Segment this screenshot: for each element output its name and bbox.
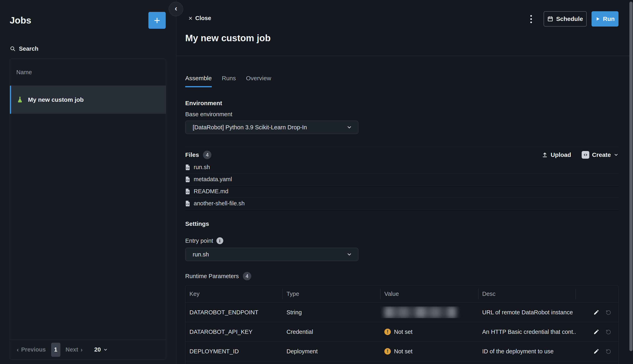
more-actions-button[interactable] xyxy=(526,11,536,27)
page-size-select[interactable]: 20 xyxy=(94,346,108,353)
close-icon: × xyxy=(188,15,192,22)
file-list: run.sh metadata.yaml README.md xyxy=(185,161,618,210)
param-value: ! Not set xyxy=(380,348,478,355)
entry-point-value: run.sh xyxy=(193,251,209,258)
kebab-dot xyxy=(530,22,532,23)
column-header-key: Key xyxy=(185,285,283,302)
jobs-sidebar: Jobs + Search Name My new custom xyxy=(0,0,176,364)
param-desc: URL of remote DataRobot instance xyxy=(478,309,576,316)
tab-runs[interactable]: Runs xyxy=(222,75,236,87)
param-value: ! Not set xyxy=(380,328,478,335)
next-page-button[interactable]: Next › xyxy=(66,346,83,353)
section-divider xyxy=(185,147,618,147)
tab-assemble[interactable]: Assemble xyxy=(185,75,212,87)
file-icon xyxy=(185,176,190,182)
previous-label: Previous xyxy=(21,346,46,353)
previous-page-button[interactable]: ‹ Previous xyxy=(17,346,46,353)
current-page-button[interactable]: 1 xyxy=(51,343,60,357)
file-row[interactable]: run.sh xyxy=(185,161,618,173)
entry-point-select[interactable]: run.sh xyxy=(185,248,358,261)
entry-point-label-row: Entry point i xyxy=(185,237,223,244)
param-desc: ID of the deployment to use xyxy=(478,348,576,355)
collapse-sidebar-button[interactable]: ‹ xyxy=(169,2,183,16)
close-label: Close xyxy=(195,15,211,22)
vertical-scrollbar[interactable] xyxy=(629,0,633,364)
kebab-dot xyxy=(530,18,532,20)
redacted-value xyxy=(384,306,456,318)
tab-overview[interactable]: Overview xyxy=(246,75,271,87)
param-type: Deployment xyxy=(283,348,380,355)
search-label: Search xyxy=(19,46,39,52)
column-header-actions xyxy=(576,285,618,302)
info-icon[interactable]: i xyxy=(217,237,223,244)
edit-icon[interactable] xyxy=(593,348,599,354)
play-icon xyxy=(595,16,600,21)
param-value-text: Not set xyxy=(394,328,412,335)
job-item-label: My new custom job xyxy=(28,96,84,103)
param-actions xyxy=(576,348,618,354)
reset-icon[interactable] xyxy=(605,329,611,335)
plus-icon: + xyxy=(154,14,160,26)
job-list-item[interactable]: My new custom job xyxy=(10,86,166,114)
file-row[interactable]: README.md xyxy=(185,186,618,198)
list-column-name: Name xyxy=(10,59,166,86)
chevron-left-icon: ‹ xyxy=(17,346,19,353)
runtime-parameters-count-badge: 4 xyxy=(243,272,251,280)
files-heading: Files xyxy=(185,152,199,158)
runtime-parameters-heading: Runtime Parameters xyxy=(185,273,239,280)
param-key: DEPLOYMENT_ID xyxy=(185,348,283,355)
search-icon xyxy=(10,46,16,52)
file-row[interactable]: another-shell-file.sh xyxy=(185,198,618,210)
edit-icon[interactable] xyxy=(593,329,599,335)
run-button[interactable]: Run xyxy=(591,11,618,26)
reset-icon[interactable] xyxy=(605,348,611,354)
schedule-button[interactable]: Schedule xyxy=(544,11,587,26)
create-file-button[interactable]: Create xyxy=(582,151,618,159)
search-toggle[interactable]: Search xyxy=(10,44,39,53)
add-job-button[interactable]: + xyxy=(148,12,166,29)
detail-tabs: Assemble Runs Overview xyxy=(185,75,271,87)
file-name: metadata.yaml xyxy=(194,176,232,182)
file-icon xyxy=(185,200,190,206)
create-label: Create xyxy=(592,152,611,158)
runtime-parameters-header: Runtime Parameters 4 xyxy=(185,272,251,280)
param-actions xyxy=(576,329,618,335)
base-environment-label: Base environment xyxy=(185,111,232,118)
upload-file-button[interactable]: Upload xyxy=(542,152,571,158)
chevron-down-icon xyxy=(614,152,618,157)
chevron-down-icon xyxy=(346,124,352,130)
chevron-left-icon: ‹ xyxy=(175,4,177,13)
base-environment-value: [DataRobot] Python 3.9 Scikit-Learn Drop… xyxy=(193,124,307,131)
files-count-badge: 4 xyxy=(203,151,212,159)
jobs-app: Jobs + Search Name My new custom xyxy=(0,0,633,364)
edit-icon[interactable] xyxy=(593,309,599,315)
jobs-list: Name My new custom job ‹ Previous 1 Next xyxy=(10,59,166,360)
job-title: My new custom job xyxy=(185,32,271,44)
page-size-value: 20 xyxy=(94,346,101,353)
files-actions: Upload Create xyxy=(542,151,618,159)
warning-icon: ! xyxy=(384,348,391,354)
chevron-down-icon xyxy=(346,252,352,257)
file-icon xyxy=(185,164,190,170)
close-detail-button[interactable]: × Close xyxy=(188,14,211,22)
param-type: String xyxy=(283,309,380,316)
param-actions xyxy=(576,309,618,315)
param-type: Credential xyxy=(283,328,380,335)
page-title-jobs: Jobs xyxy=(10,15,31,26)
runtime-parameters-table: Key Type Value Desc DATAROBOT_ENDPOINT S… xyxy=(185,285,618,364)
file-code-icon xyxy=(582,151,589,159)
chevron-right-icon: › xyxy=(81,346,83,353)
table-row: DATAROBOT_API_KEY Credential ! Not set A… xyxy=(185,322,618,342)
warning-icon: ! xyxy=(384,328,391,335)
column-header-desc: Desc xyxy=(478,285,576,302)
param-value-text: Not set xyxy=(394,348,412,355)
entry-point-label: Entry point xyxy=(185,238,213,244)
base-environment-select[interactable]: [DataRobot] Python 3.9 Scikit-Learn Drop… xyxy=(185,121,358,134)
reset-icon[interactable] xyxy=(605,309,611,315)
param-desc: An HTTP Basic credential that cont... xyxy=(478,328,576,335)
environment-heading: Environment xyxy=(185,100,222,106)
next-label: Next xyxy=(66,346,78,353)
file-row[interactable]: metadata.yaml xyxy=(185,173,618,186)
kebab-dot xyxy=(530,15,532,17)
scrollbar-thumb[interactable] xyxy=(629,2,632,351)
